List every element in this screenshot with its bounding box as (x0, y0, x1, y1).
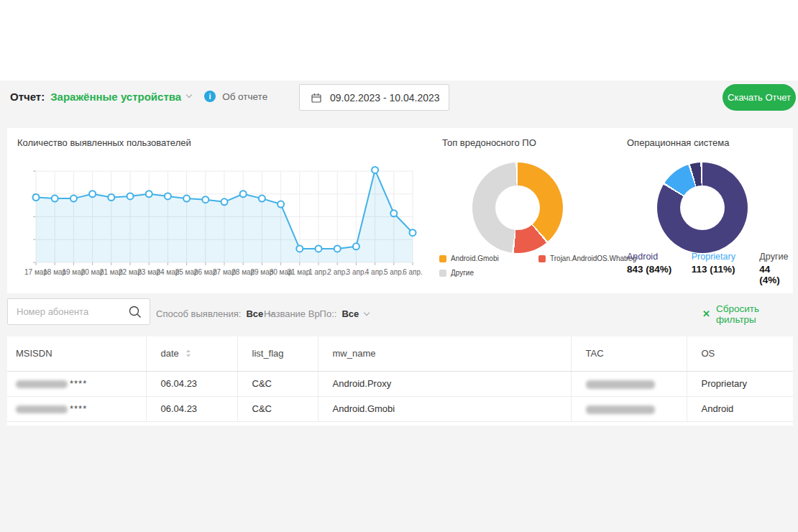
detection-filter-label: Способ выявления: (156, 308, 241, 319)
os-chart-section: Операционная система Android 843 (84%) P… (618, 128, 793, 293)
results-table-card: MSISDN date list_flag mw_name TAC OS ***… (7, 336, 793, 426)
detection-filter-value[interactable]: Все (246, 308, 263, 319)
malware-filter-label: Название ВрПо:: (264, 308, 336, 319)
col-header-list-flag[interactable]: list_flag (237, 336, 318, 371)
os-stat-value: 44 (4%) (759, 264, 792, 285)
cell-date: 06.04.23 (146, 371, 237, 396)
legend-label: Android.Gmobi (451, 254, 499, 262)
os-donut-chart (657, 162, 748, 253)
info-icon[interactable]: i (204, 91, 216, 102)
chevron-down-icon[interactable] (186, 92, 192, 98)
reset-filters[interactable]: ✕ Сбросить фильтры (702, 293, 798, 334)
svg-text:5 апр.: 5 апр. (384, 268, 404, 276)
os-stat-label: Другие (759, 252, 792, 262)
redacted-tac (586, 380, 655, 389)
svg-text:3 апр.: 3 апр. (347, 268, 367, 276)
sort-icon[interactable] (185, 349, 191, 357)
malware-name-filter[interactable]: Название ВрПо:: Все (264, 293, 369, 334)
reset-filters-label[interactable]: Сбросить фильтры (716, 303, 798, 325)
mw-legend-item: Android.Gmobi (439, 254, 538, 262)
os-stat: Другие 44 (4%) (759, 252, 792, 285)
os-stat: Android 843 (84%) (627, 252, 692, 285)
os-stat-label: Android (627, 252, 692, 262)
legend-label: Другие (451, 269, 474, 277)
os-stats: Android 843 (84%) Proprietary 113 (11%) … (627, 252, 792, 285)
cell-list-flag: C&C (237, 396, 318, 421)
malware-donut-chart (472, 162, 563, 253)
donut-hole (680, 185, 725, 230)
table-row[interactable]: ****06.04.23C&CAndroid.ProxyProprietary (7, 371, 793, 396)
reset-icon[interactable]: ✕ (702, 308, 710, 319)
malware-filter-value[interactable]: Все (341, 308, 359, 319)
dashboard: Отчет: Заражённые устройства i Об отчете… (0, 81, 798, 532)
cell-tac (571, 371, 687, 396)
donut-hole (495, 185, 540, 230)
search-icon[interactable] (128, 305, 142, 319)
cell-mw-name: Android.Proxy (318, 371, 571, 396)
cell-date: 06.04.23 (146, 396, 237, 421)
table-row[interactable]: ****06.04.23C&CAndroid.GmobiAndroid (7, 396, 793, 421)
search-input[interactable] (8, 299, 127, 324)
col-header-tac[interactable]: TAC (571, 336, 687, 371)
col-header-os[interactable]: OS (687, 336, 793, 371)
redacted-msisdn (16, 380, 68, 388)
legend-swatch (538, 255, 546, 262)
col-header-date-label: date (161, 348, 179, 359)
report-name[interactable]: Заражённые устройства (50, 91, 181, 103)
table-body: ****06.04.23C&CAndroid.ProxyProprietary*… (7, 371, 793, 421)
date-range-picker[interactable]: 09.02.2023 - 10.04.2023 (299, 84, 449, 111)
redacted-tac (586, 405, 655, 414)
malware-chart-title: Топ вредоносного ПО (442, 137, 536, 148)
subscriber-search[interactable] (7, 298, 150, 325)
msisdn-mask-suffix: **** (70, 378, 87, 389)
mw-legend-item: Другие (439, 269, 538, 277)
os-stat: Proprietary 113 (11%) (692, 252, 760, 285)
results-table: MSISDN date list_flag mw_name TAC OS ***… (7, 336, 793, 422)
svg-text:4 апр.: 4 апр. (365, 268, 385, 276)
about-report-link[interactable]: Об отчете (222, 91, 267, 102)
detection-filter[interactable]: Способ выявления: Все (156, 293, 273, 334)
users-chart-title: Количество выявленных пользователей (17, 137, 191, 148)
os-stat-value: 843 (84%) (627, 264, 692, 275)
users-line-chart: 17 мар18 мар19 мар20 мар21 мар22 мар23 м… (12, 154, 427, 290)
redacted-msisdn (16, 405, 68, 413)
download-report-button[interactable]: Скачать Отчет (723, 84, 796, 111)
msisdn-mask-suffix: **** (70, 403, 87, 414)
filters-bar: Способ выявления: Все Название ВрПо:: Вс… (0, 293, 798, 334)
report-header: Отчет: Заражённые устройства i Об отчете… (0, 81, 798, 128)
charts-card: Количество выявленных пользователей 17 м… (7, 128, 793, 293)
cell-os: Android (687, 396, 793, 421)
col-header-mw-name[interactable]: mw_name (318, 336, 571, 371)
users-chart-section: Количество выявленных пользователей 17 м… (7, 128, 431, 293)
malware-chart-section: Топ вредоносного ПО Android.Gmobi Trojan… (431, 128, 618, 293)
table-header-row: MSISDN date list_flag mw_name TAC OS (7, 336, 793, 371)
cell-os: Proprietary (687, 371, 793, 396)
col-header-date[interactable]: date (146, 336, 237, 371)
chevron-down-icon[interactable] (364, 309, 370, 315)
legend-swatch (439, 270, 446, 277)
legend-swatch (439, 255, 446, 262)
cell-list-flag: C&C (237, 371, 318, 396)
col-header-msisdn[interactable]: MSISDN (7, 336, 146, 371)
malware-legend: Android.Gmobi Trojan.AndroidOS.Whatreg Д… (439, 254, 615, 277)
calendar-icon (311, 93, 321, 103)
report-label: Отчет: (10, 91, 45, 103)
svg-text:6 апр.: 6 апр. (403, 268, 423, 276)
cell-tac (571, 396, 687, 421)
os-stat-value: 113 (11%) (692, 264, 760, 275)
cell-msisdn: **** (7, 371, 146, 396)
svg-text:1 апр.: 1 апр. (308, 268, 329, 276)
svg-text:2 апр.: 2 апр. (327, 268, 347, 276)
os-stat-label: Proprietary (692, 252, 760, 262)
date-range-value: 09.02.2023 - 10.04.2023 (330, 92, 440, 104)
report-selector: Отчет: Заражённые устройства i Об отчете (10, 81, 267, 112)
cell-msisdn: **** (7, 396, 146, 421)
os-chart-title: Операционная система (627, 137, 730, 148)
cell-mw-name: Android.Gmobi (318, 396, 571, 421)
